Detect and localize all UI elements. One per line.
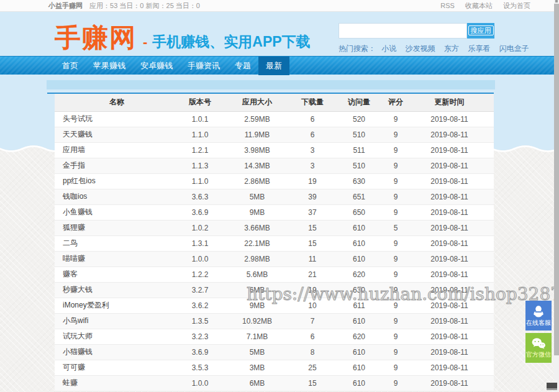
table-cell: 15 xyxy=(293,220,332,235)
table-cell: 9 xyxy=(386,329,405,344)
table-cell: 5 xyxy=(386,220,405,235)
table-row: 小鱼赚钱3.6.99MB3765092019-08-11 xyxy=(55,204,494,220)
hot-link-shandian-box[interactable]: 闪电盒子 xyxy=(499,44,529,53)
app-name-cell[interactable]: 天天赚钱 xyxy=(55,127,179,142)
table-cell: 2019-08-11 xyxy=(405,282,494,298)
table-cell: 9MB xyxy=(221,204,293,220)
table-cell: 39 xyxy=(293,189,332,204)
table-row: 金手指1.1.314.3MB351092019-08-11 xyxy=(55,158,494,173)
scrollbar-thumb[interactable] xyxy=(554,4,559,355)
table-cell: 7.1MB xyxy=(221,329,293,344)
app-name-cell[interactable]: 可可赚 xyxy=(55,360,179,375)
col-header-downloads: 下载量 xyxy=(293,94,332,111)
nav-item-home[interactable]: 首页 xyxy=(55,57,86,75)
table-cell: 3.6.2 xyxy=(179,298,221,313)
nav-item-android[interactable]: 安卓赚钱 xyxy=(133,57,180,75)
table-cell: 520 xyxy=(332,111,386,127)
hot-link-lexiangkan[interactable]: 乐享看 xyxy=(468,44,490,53)
table-cell: 9 xyxy=(386,344,405,360)
table-cell: 3.66MB xyxy=(221,220,293,235)
table-cell: 19 xyxy=(293,173,332,189)
table-cell: 9 xyxy=(386,298,405,313)
table-row: 秒赚大钱3.2.76MB1963092019-08-11 xyxy=(55,282,494,298)
search-input[interactable] xyxy=(339,23,467,39)
table-cell: 6 xyxy=(293,329,332,344)
app-name-cell[interactable]: 金手指 xyxy=(55,158,179,173)
table-row: pp红包ios1.1.02.86MB1963092019-08-11 xyxy=(55,173,494,189)
table-cell: 9 xyxy=(386,235,405,251)
app-name-cell[interactable]: 秒赚大钱 xyxy=(55,282,179,298)
app-name-cell[interactable]: 应用墙 xyxy=(55,142,179,158)
table-cell: 9 xyxy=(386,375,405,391)
wechat-icon xyxy=(531,337,546,350)
corner-scroll-widget[interactable] xyxy=(547,383,557,390)
table-cell: 19 xyxy=(293,282,332,298)
table-cell: 1.0.2 xyxy=(179,220,221,235)
table-cell: 8 xyxy=(293,344,332,360)
table-cell: 510 xyxy=(332,158,386,173)
table-cell: 9 xyxy=(386,158,405,173)
table-cell: 9 xyxy=(386,142,405,158)
table-row: 狐狸赚1.0.23.66MB1561052019-08-11 xyxy=(55,220,494,235)
table-cell: 9 xyxy=(386,127,405,142)
app-name-cell[interactable]: 钱咖ios xyxy=(55,189,179,204)
table-row: 天天赚钱1.1.011.9MB651092019-08-11 xyxy=(55,127,494,142)
table-cell: 2019-08-11 xyxy=(405,158,494,173)
table-cell: 6 xyxy=(293,127,332,142)
app-name-cell[interactable]: 试玩大师 xyxy=(55,329,179,344)
app-name-cell[interactable]: 小鸟wifi xyxy=(55,313,179,329)
app-name-cell[interactable]: pp红包ios xyxy=(55,173,179,189)
search-app-button[interactable]: 搜应用 xyxy=(467,23,494,39)
rss-link[interactable]: RSS xyxy=(440,2,455,9)
nav-item-latest[interactable]: 最新 xyxy=(258,57,289,75)
qq-penguin-icon xyxy=(532,304,545,318)
table-cell: 25 xyxy=(293,360,332,375)
app-name-cell[interactable]: 头号试玩 xyxy=(55,111,179,127)
app-name-cell[interactable]: 小鱼赚钱 xyxy=(55,204,179,220)
table-cell: 10.92MB xyxy=(221,313,293,329)
table-cell: 610 xyxy=(332,344,386,360)
table-cell: 610 xyxy=(332,313,386,329)
app-name-cell[interactable]: 二鸟 xyxy=(55,235,179,251)
app-name-cell[interactable]: 狐狸赚 xyxy=(55,220,179,235)
table-cell: 2019-08-11 xyxy=(405,313,494,329)
table-cell: 1.0.1 xyxy=(179,111,221,127)
vertical-scrollbar[interactable] xyxy=(554,0,559,392)
table-cell: 11 xyxy=(293,251,332,267)
app-name-cell[interactable]: 赚客 xyxy=(55,267,179,282)
table-cell: 1.2.1 xyxy=(179,142,221,158)
app-name-cell[interactable]: 喵喵赚 xyxy=(55,251,179,267)
app-name-cell[interactable]: 小猫赚钱 xyxy=(55,344,179,360)
table-cell: 3 xyxy=(293,158,332,173)
table-cell: 2019-08-11 xyxy=(405,142,494,158)
table-cell: 2019-08-11 xyxy=(405,344,494,360)
hot-link-dongfang[interactable]: 东方 xyxy=(444,44,459,53)
col-header-visits: 访问量 xyxy=(332,94,386,111)
table-cell: 610 xyxy=(332,220,386,235)
table-cell: 2.98MB xyxy=(221,251,293,267)
nav-item-apple[interactable]: 苹果赚钱 xyxy=(86,57,133,75)
table-cell: 6MB xyxy=(221,282,293,298)
site-logo[interactable]: 手赚网 xyxy=(55,21,137,55)
online-service-label: 在线客服 xyxy=(526,319,551,327)
table-cell: 6MB xyxy=(221,375,293,391)
table-cell: 9MB xyxy=(221,298,293,313)
table-cell: 11.9MB xyxy=(221,127,293,142)
online-service-button[interactable]: 在线客服 xyxy=(525,301,552,330)
logo-dash: - xyxy=(143,34,147,50)
nav-item-news[interactable]: 手赚资讯 xyxy=(180,57,227,75)
table-cell: 5MB xyxy=(221,189,293,204)
col-header-size: 应用大小 xyxy=(221,94,293,111)
site-stats: 小益手赚网 应用：53 当日：0 新闻：25 当日：0 xyxy=(48,0,205,11)
hot-link-novel[interactable]: 小说 xyxy=(381,44,396,53)
scrollbar-up-arrow[interactable] xyxy=(555,0,558,2)
hot-link-sofa-video[interactable]: 沙发视频 xyxy=(406,44,435,53)
app-name-cell[interactable]: 蛙赚 xyxy=(55,375,179,391)
nav-item-topics[interactable]: 专题 xyxy=(227,57,258,75)
set-homepage-link[interactable]: 设为首页 xyxy=(503,2,530,9)
official-wechat-button[interactable]: 官方微信 xyxy=(525,333,552,363)
app-name-cell[interactable]: iMoney爱盈利 xyxy=(55,298,179,313)
table-cell: 21 xyxy=(293,267,332,282)
table-cell: 2019-08-11 xyxy=(405,127,494,142)
bookmark-link[interactable]: 收藏本站 xyxy=(465,2,493,9)
